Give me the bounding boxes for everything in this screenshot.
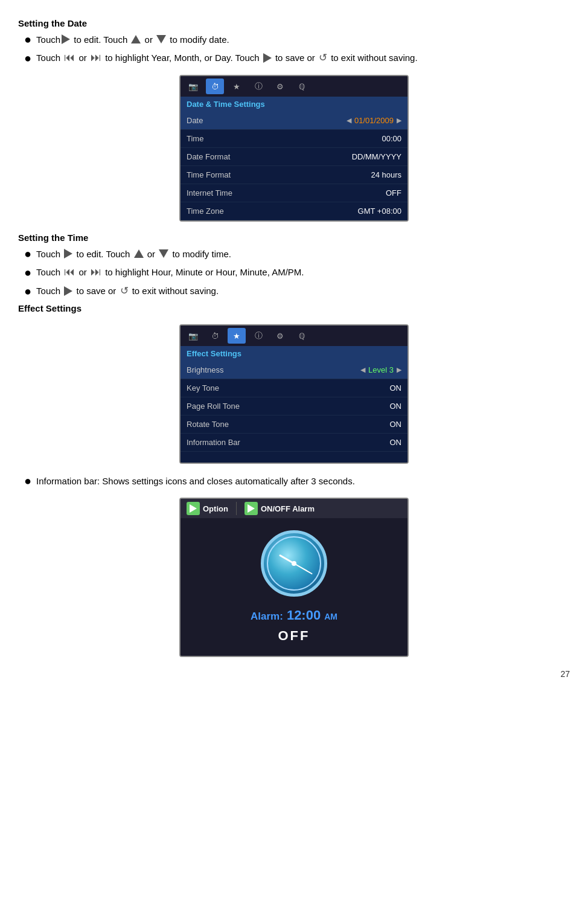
- effect-row-rotate: Rotate Tone ON: [181, 415, 407, 434]
- alarm-time-line: Alarm: 12:00 AM: [251, 608, 337, 623]
- date-b1-text3: or: [142, 34, 155, 45]
- time-b3-text3: to exit without saving.: [130, 286, 219, 296]
- topbar-clock-icon: ⏱: [206, 79, 224, 94]
- effect-row-brightness: Brightness ◀ Level 3 ▶: [181, 361, 407, 379]
- time-b2-text3: to highlight Hour, Minute or Hour, Minut…: [103, 267, 304, 277]
- play-icon3: [64, 249, 72, 258]
- date-left-arrow: ◀: [347, 117, 351, 124]
- play-icon4: [64, 286, 72, 296]
- down-arrow-icon2: [159, 249, 168, 258]
- infobar-bullet-text: Information bar: Shows settings icons an…: [36, 476, 355, 486]
- bullet-dot: ●: [24, 52, 31, 64]
- bullet-dot: ●: [24, 285, 31, 297]
- section-effect-settings: Effect Settings 📷 ⏱ ★ ⓘ ⚙ ℚ Effect Setti…: [18, 303, 570, 657]
- date-b2-text1: Touch: [36, 53, 63, 63]
- effect-row-keytone: Key Tone ON: [181, 379, 407, 397]
- section-title-time: Setting the Time: [18, 233, 570, 243]
- time-bullet-3: ● Touch to save or ↺ to exit without sav…: [24, 284, 570, 297]
- clock-center-dot: [292, 561, 296, 566]
- effect-pageroll-value: ON: [390, 402, 402, 411]
- date-row-time: Time 00:00: [181, 130, 407, 148]
- alarm-onoff-label: ON/OFF Alarm: [261, 504, 315, 513]
- date-b2-text3: to highlight Year, Month, or Day. Touch: [103, 53, 262, 63]
- date-row-date: Date ◀ 01/01/2009 ▶: [181, 112, 407, 130]
- date-b1-text1: Touch: [36, 34, 60, 45]
- date-b2-text5: to exit without saving.: [328, 53, 418, 63]
- date-row-dateformat-value: DD/MM/YYYY: [352, 152, 401, 161]
- effect-row-pageroll: Page Roll Tone ON: [181, 397, 407, 415]
- alarm-onoff-btn[interactable]: ON/OFF Alarm: [244, 502, 315, 515]
- date-row-timezone: Time Zone GMT +08:00: [181, 202, 407, 220]
- option-btn-icon: [187, 502, 200, 515]
- alarm-option-label: Option: [203, 504, 228, 513]
- effect-screen-container: 📷 ⏱ ★ ⓘ ⚙ ℚ Effect Settings Brightness ◀…: [18, 324, 570, 464]
- next-icon2: ⏭: [91, 266, 101, 278]
- section-setting-date: Setting the Date ● Touch to edit. Touch …: [18, 18, 570, 222]
- down-arrow-icon: [156, 35, 166, 43]
- section-setting-time: Setting the Time ● Touch to edit. Touch …: [18, 233, 570, 297]
- date-right-arrow: ▶: [397, 117, 401, 124]
- exit-icon: ↺: [319, 51, 327, 64]
- time-b1-text3: or: [145, 249, 158, 259]
- alarm-screen: Option ON/OFF Alarm: [179, 498, 409, 657]
- date-row-internet-label: Internet Time: [187, 188, 232, 197]
- bullet-dot: ●: [24, 475, 31, 487]
- date-b1-text2: to edit. Touch: [71, 34, 130, 45]
- eff-topbar-rss-icon: ℚ: [293, 328, 311, 344]
- effect-row-infobar: Information Bar ON: [181, 434, 407, 452]
- alarm-screen-container: Option ON/OFF Alarm: [18, 498, 570, 657]
- section-title-date: Setting the Date: [18, 18, 570, 28]
- topbar-rss-icon: ℚ: [293, 79, 311, 94]
- date-b1-text4: to modify date.: [167, 34, 229, 45]
- alarm-status: OFF: [278, 628, 310, 644]
- date-screen-title: Date & Time Settings: [181, 97, 407, 112]
- bullet-dot: ●: [24, 33, 31, 45]
- effect-screen-title: Effect Settings: [181, 346, 407, 361]
- alarm-option-btn[interactable]: Option: [187, 502, 228, 515]
- up-arrow-icon2: [134, 249, 144, 258]
- brightness-left-arrow: ◀: [360, 366, 365, 374]
- eff-topbar-star-icon: ★: [228, 328, 246, 344]
- onoff-btn-icon: [244, 502, 258, 515]
- date-bullet-1: ● Touch to edit. Touch or to modify date…: [24, 33, 570, 45]
- topbar-photo-icon: 📷: [184, 79, 202, 94]
- up-arrow-icon: [131, 35, 141, 43]
- alarm-label: Alarm:: [251, 611, 283, 623]
- section-title-effect: Effect Settings: [18, 303, 570, 313]
- effect-pageroll-label: Page Roll Tone: [187, 402, 240, 411]
- exit-icon2: ↺: [120, 284, 129, 297]
- alarm-time-value: 12:00: [287, 608, 321, 623]
- screen-padding: [181, 452, 407, 463]
- date-b2-text2: or: [76, 53, 89, 63]
- brightness-right-arrow: ▶: [397, 366, 401, 374]
- topbar-info-icon: ⓘ: [249, 79, 267, 94]
- alarm-topbar: Option ON/OFF Alarm: [181, 499, 407, 518]
- time-b1-text2: to edit. Touch: [74, 249, 132, 259]
- clock-minute-hand: [294, 563, 313, 574]
- topbar-star-icon: ★: [228, 79, 246, 94]
- alarm-body: Alarm: 12:00 AM OFF: [181, 518, 407, 656]
- date-row-time-label: Time: [187, 134, 203, 143]
- date-row-internet-value: OFF: [386, 188, 401, 197]
- effect-keytone-value: ON: [390, 383, 402, 393]
- time-bullet-1: ● Touch to edit. Touch or to modify time…: [24, 248, 570, 260]
- effect-rotate-value: ON: [390, 420, 402, 429]
- eff-topbar-wrench-icon: ⚙: [271, 328, 289, 344]
- alarm-ampm: AM: [324, 612, 337, 621]
- prev-icon: ⏮: [64, 51, 75, 64]
- time-b2-text1: Touch: [36, 267, 63, 277]
- page-number: 27: [18, 669, 570, 679]
- time-b2-text2: or: [76, 267, 89, 277]
- date-row-date-label: Date: [187, 116, 203, 125]
- eff-topbar-clock-icon: ⏱: [206, 328, 224, 344]
- time-b1-text4: to modify time.: [170, 249, 231, 259]
- date-row-internet: Internet Time OFF: [181, 184, 407, 202]
- play-icon2: [263, 53, 272, 63]
- eff-topbar-info-icon: ⓘ: [249, 328, 267, 344]
- date-row-timezone-value: GMT +08:00: [358, 207, 401, 216]
- clock-icon: [261, 530, 327, 597]
- effect-screen-topbar: 📷 ⏱ ★ ⓘ ⚙ ℚ: [181, 326, 407, 346]
- next-icon: ⏭: [91, 51, 101, 64]
- prev-icon2: ⏮: [64, 266, 75, 278]
- effect-infobar-label: Information Bar: [187, 438, 240, 447]
